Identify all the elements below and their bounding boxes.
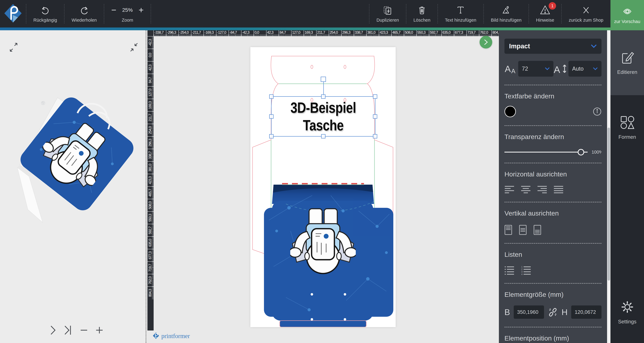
height-input[interactable]: 120,0672 xyxy=(571,306,602,319)
section-divider xyxy=(504,85,602,85)
bullet-list-icon[interactable] xyxy=(504,266,514,275)
zoom-value[interactable]: 25% xyxy=(122,7,133,13)
ruler-tick: 211,7 xyxy=(316,30,329,36)
ruler-tick: -338,7 xyxy=(154,30,166,36)
font-family-select[interactable]: Impact xyxy=(504,39,602,54)
duplicate-button[interactable]: Duplizieren xyxy=(369,0,406,28)
hints-button[interactable]: 1 Hinweise xyxy=(529,0,561,28)
zoom-label: Zoom xyxy=(122,18,133,23)
artboard[interactable]: 3D-Beispiel Tasche xyxy=(250,47,396,327)
width-label: B xyxy=(504,307,510,317)
horizontal-ruler: -338,7-296,3-254,0-211,7-169,3-127,0-84,… xyxy=(148,30,499,36)
sidebar-item-settings[interactable]: Settings xyxy=(610,286,644,338)
chevron-down-icon xyxy=(593,67,598,70)
align-right-icon[interactable] xyxy=(537,186,547,194)
ruler-tick: -169,3 xyxy=(204,30,216,36)
h-align-section-label: Horizontal ausrichten xyxy=(504,170,602,178)
transparency-section-label: Transparenz ändern xyxy=(504,133,602,140)
width-input[interactable]: 350,1960 xyxy=(514,306,544,319)
ruler-tick: 42,3 xyxy=(266,30,279,36)
back-to-shop-button[interactable]: zurück zum Shop xyxy=(562,0,610,28)
section-divider xyxy=(504,283,602,284)
valign-top-icon[interactable] xyxy=(504,225,512,235)
align-justify-icon[interactable] xyxy=(554,186,563,194)
edit-icon xyxy=(620,50,634,64)
resize-handle-w[interactable] xyxy=(269,114,274,119)
resize-handle-s[interactable] xyxy=(321,134,326,138)
transparency-slider-knob[interactable] xyxy=(578,149,584,156)
font-size-select[interactable]: 72 xyxy=(518,61,554,77)
transparency-slider[interactable] xyxy=(504,152,588,152)
text-color-section-label: Textfarbe ändern xyxy=(504,92,602,100)
line-height-select[interactable]: Auto xyxy=(568,61,602,77)
add-text-button[interactable]: Text hinzufügen xyxy=(438,0,484,28)
svg-text:2: 2 xyxy=(521,268,522,270)
font-size-value: 72 xyxy=(522,66,528,72)
resize-handle-sw[interactable] xyxy=(269,134,274,138)
rotation-handle[interactable] xyxy=(321,77,326,82)
collapse-icon[interactable] xyxy=(128,41,140,54)
font-size-icon: A A xyxy=(504,63,518,74)
sidebar-item-label: Formen xyxy=(618,134,636,140)
valign-middle-icon[interactable] xyxy=(519,225,527,235)
ruler-tick: 719,7 xyxy=(466,30,479,36)
toggle-panel-button[interactable] xyxy=(480,36,492,48)
align-center-icon[interactable] xyxy=(521,186,530,194)
v-align-section-label: Vertikal ausrichten xyxy=(504,210,602,217)
zoom-in-button[interactable]: + xyxy=(139,7,144,13)
bag-3d-preview[interactable]: ⓟ ⓟ xyxy=(3,67,142,231)
sidebar-item-formen[interactable]: Formen xyxy=(610,95,644,160)
resize-handle-n[interactable] xyxy=(321,94,326,99)
preview-button[interactable]: zur Vorschau xyxy=(610,0,644,30)
svg-text:1: 1 xyxy=(521,266,522,268)
redo-icon xyxy=(79,5,89,15)
unlink-icon[interactable] xyxy=(548,307,558,317)
preview-zoom-in-icon[interactable] xyxy=(95,325,104,336)
ruler-tick: -84,7 xyxy=(228,30,241,36)
svg-text:4: 4 xyxy=(521,273,522,275)
ruler-tick: 381,0 xyxy=(366,30,379,36)
ruler-tick: 635,0 xyxy=(148,236,154,249)
text-color-swatch[interactable] xyxy=(504,106,516,117)
ruler-tick: 296,3 xyxy=(148,136,154,149)
add-image-button[interactable]: Bild hinzufügen xyxy=(484,0,528,28)
resize-handle-ne[interactable] xyxy=(373,94,377,99)
ruler-tick: 762,0 xyxy=(479,30,492,36)
ruler-tick: 550,3 xyxy=(148,211,154,224)
resize-handle-nw[interactable] xyxy=(269,94,274,99)
redo-button[interactable]: Wiederholen xyxy=(64,0,104,28)
top-toolbar: Rückgängig Wiederholen − 25% + Zoom Dupl… xyxy=(0,0,644,28)
valign-bottom-icon[interactable] xyxy=(534,225,541,235)
ruler-tick: 677,3 xyxy=(148,249,154,262)
zoom-out-button[interactable]: − xyxy=(111,7,116,13)
resize-handle-e[interactable] xyxy=(373,114,377,119)
preview-zoom-out-icon[interactable] xyxy=(80,325,88,336)
selected-text-element[interactable]: 3D-Beispiel Tasche xyxy=(271,96,376,136)
numbered-list-icon[interactable]: 1234 xyxy=(521,266,531,275)
sidebar-item-label: Editieren xyxy=(617,69,637,75)
align-left-icon[interactable] xyxy=(504,186,514,194)
expand-icon[interactable] xyxy=(8,41,20,54)
watermark-text: printformer xyxy=(161,332,190,340)
preview-3d-panel: ⓟ ⓟ xyxy=(0,30,146,343)
ruler-tick: 508,0 xyxy=(148,199,154,211)
undo-button[interactable]: Rückgängig xyxy=(26,0,64,28)
rotate-next-icon[interactable] xyxy=(50,325,56,336)
panel-scrollbar[interactable] xyxy=(607,30,610,343)
rotate-last-icon[interactable] xyxy=(64,325,73,336)
sidebar-item-editieren[interactable]: Editieren xyxy=(610,30,644,95)
section-divider xyxy=(504,243,602,244)
add-image-icon xyxy=(501,5,511,15)
element-position-section-label: Elementposition (mm) xyxy=(504,334,602,342)
back-to-shop-label: zurück zum Shop xyxy=(569,18,603,23)
ruler-tick: 169,3 xyxy=(304,30,316,36)
delete-button[interactable]: Löschen xyxy=(406,0,438,28)
printformer-logo-icon xyxy=(4,4,22,24)
ruler-tick: -296,3 xyxy=(166,30,178,36)
ruler-tick: 465,7 xyxy=(391,30,404,36)
panel-scrollbar-thumb[interactable] xyxy=(608,128,610,280)
resize-handle-se[interactable] xyxy=(373,134,377,138)
eye-icon xyxy=(622,6,633,16)
info-icon[interactable] xyxy=(593,107,602,116)
app-logo[interactable] xyxy=(0,0,26,28)
